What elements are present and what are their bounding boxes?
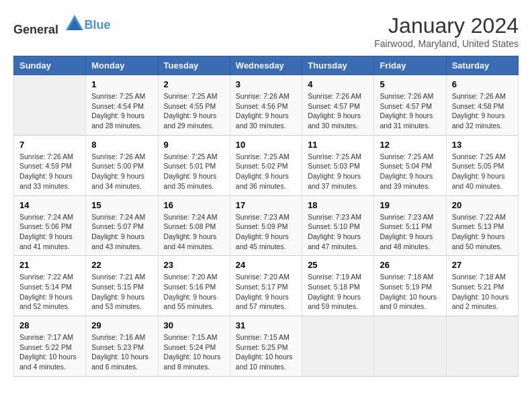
day-number: 21 [19, 260, 80, 270]
calendar-cell: 31Sunrise: 7:15 AMSunset: 5:25 PMDayligh… [230, 316, 302, 377]
week-row-3: 21Sunrise: 7:22 AMSunset: 5:14 PMDayligh… [14, 256, 519, 316]
day-number: 1 [91, 79, 152, 89]
day-info: Sunrise: 7:25 AMSunset: 5:05 PMDaylight:… [452, 152, 513, 191]
calendar-cell [14, 75, 86, 136]
header-friday: Friday [374, 56, 446, 75]
day-info: Sunrise: 7:15 AMSunset: 5:24 PMDaylight:… [164, 332, 224, 372]
week-row-0: 1Sunrise: 7:25 AMSunset: 4:54 PMDaylight… [14, 75, 519, 136]
day-info: Sunrise: 7:24 AMSunset: 5:08 PMDaylight:… [164, 212, 224, 252]
calendar-cell [302, 316, 374, 377]
calendar-cell: 13Sunrise: 7:25 AMSunset: 5:05 PMDayligh… [446, 135, 518, 195]
day-number: 31 [236, 320, 296, 330]
week-row-2: 14Sunrise: 7:24 AMSunset: 5:06 PMDayligh… [14, 195, 519, 256]
day-info: Sunrise: 7:25 AMSunset: 4:55 PMDaylight:… [164, 91, 224, 131]
week-row-4: 28Sunrise: 7:17 AMSunset: 5:22 PMDayligh… [14, 316, 519, 377]
day-number: 9 [164, 140, 224, 150]
day-number: 26 [380, 260, 440, 270]
calendar-cell: 25Sunrise: 7:19 AMSunset: 5:18 PMDayligh… [302, 256, 374, 316]
calendar-cell: 26Sunrise: 7:18 AMSunset: 5:19 PMDayligh… [374, 256, 446, 316]
day-number: 2 [164, 79, 224, 89]
calendar-cell: 15Sunrise: 7:24 AMSunset: 5:07 PMDayligh… [86, 195, 158, 256]
page-header: General Blue January 2024 Fairwood, Mary… [13, 13, 519, 49]
calendar-cell [374, 316, 446, 377]
calendar-cell: 24Sunrise: 7:20 AMSunset: 5:17 PMDayligh… [230, 256, 302, 316]
day-info: Sunrise: 7:25 AMSunset: 5:02 PMDaylight:… [236, 152, 296, 191]
header-monday: Monday [86, 56, 158, 75]
day-info: Sunrise: 7:20 AMSunset: 5:17 PMDaylight:… [236, 272, 296, 312]
day-info: Sunrise: 7:22 AMSunset: 5:14 PMDaylight:… [19, 272, 80, 312]
day-info: Sunrise: 7:23 AMSunset: 5:11 PMDaylight:… [380, 212, 440, 252]
calendar-cell: 5Sunrise: 7:26 AMSunset: 4:57 PMDaylight… [374, 75, 446, 136]
day-number: 13 [452, 140, 513, 150]
calendar-cell: 28Sunrise: 7:17 AMSunset: 5:22 PMDayligh… [14, 316, 86, 377]
week-row-1: 7Sunrise: 7:26 AMSunset: 4:59 PMDaylight… [14, 135, 519, 195]
day-number: 14 [19, 200, 80, 210]
day-number: 28 [19, 320, 80, 330]
day-number: 7 [19, 140, 80, 150]
day-number: 18 [308, 200, 368, 210]
day-info: Sunrise: 7:24 AMSunset: 5:07 PMDaylight:… [91, 212, 152, 252]
day-info: Sunrise: 7:26 AMSunset: 4:57 PMDaylight:… [380, 91, 440, 131]
day-number: 29 [91, 320, 152, 330]
day-number: 5 [380, 79, 440, 89]
day-number: 23 [164, 260, 224, 270]
day-number: 24 [236, 260, 296, 270]
day-number: 22 [91, 260, 152, 270]
day-info: Sunrise: 7:26 AMSunset: 4:59 PMDaylight:… [19, 152, 80, 191]
day-info: Sunrise: 7:16 AMSunset: 5:23 PMDaylight:… [91, 332, 152, 372]
calendar-cell: 7Sunrise: 7:26 AMSunset: 4:59 PMDaylight… [14, 135, 86, 195]
calendar-cell: 20Sunrise: 7:22 AMSunset: 5:13 PMDayligh… [446, 195, 518, 256]
calendar-cell: 2Sunrise: 7:25 AMSunset: 4:55 PMDaylight… [158, 75, 230, 136]
calendar-table: SundayMondayTuesdayWednesdayThursdayFrid… [13, 56, 519, 377]
day-number: 19 [380, 200, 440, 210]
day-info: Sunrise: 7:21 AMSunset: 5:15 PMDaylight:… [91, 272, 152, 312]
day-info: Sunrise: 7:25 AMSunset: 5:04 PMDaylight:… [380, 152, 440, 191]
calendar-cell: 3Sunrise: 7:26 AMSunset: 4:56 PMDaylight… [230, 75, 302, 136]
header-tuesday: Tuesday [158, 56, 230, 75]
calendar-cell: 4Sunrise: 7:26 AMSunset: 4:57 PMDaylight… [302, 75, 374, 136]
calendar-header-row: SundayMondayTuesdayWednesdayThursdayFrid… [14, 56, 519, 75]
day-number: 3 [236, 79, 296, 89]
day-number: 17 [236, 200, 296, 210]
day-info: Sunrise: 7:17 AMSunset: 5:22 PMDaylight:… [19, 332, 80, 372]
calendar-cell: 21Sunrise: 7:22 AMSunset: 5:14 PMDayligh… [14, 256, 86, 316]
calendar-cell: 10Sunrise: 7:25 AMSunset: 5:02 PMDayligh… [230, 135, 302, 195]
calendar-cell: 16Sunrise: 7:24 AMSunset: 5:08 PMDayligh… [158, 195, 230, 256]
day-number: 11 [308, 140, 368, 150]
calendar-cell: 12Sunrise: 7:25 AMSunset: 5:04 PMDayligh… [374, 135, 446, 195]
calendar-cell: 8Sunrise: 7:26 AMSunset: 5:00 PMDaylight… [86, 135, 158, 195]
title-block: January 2024 Fairwood, Maryland, United … [374, 13, 519, 49]
calendar-cell: 1Sunrise: 7:25 AMSunset: 4:54 PMDaylight… [86, 75, 158, 136]
day-number: 20 [452, 200, 513, 210]
day-info: Sunrise: 7:23 AMSunset: 5:09 PMDaylight:… [236, 212, 296, 252]
calendar-cell [446, 316, 518, 377]
day-number: 6 [452, 79, 513, 89]
day-number: 10 [236, 140, 296, 150]
day-info: Sunrise: 7:23 AMSunset: 5:10 PMDaylight:… [308, 212, 368, 252]
calendar-cell: 6Sunrise: 7:26 AMSunset: 4:58 PMDaylight… [446, 75, 518, 136]
location: Fairwood, Maryland, United States [374, 38, 519, 49]
header-thursday: Thursday [302, 56, 374, 75]
calendar-cell: 9Sunrise: 7:25 AMSunset: 5:01 PMDaylight… [158, 135, 230, 195]
calendar-cell: 22Sunrise: 7:21 AMSunset: 5:15 PMDayligh… [86, 256, 158, 316]
day-number: 15 [91, 200, 152, 210]
day-number: 16 [164, 200, 224, 210]
day-info: Sunrise: 7:25 AMSunset: 5:01 PMDaylight:… [164, 152, 224, 191]
logo: General Blue [13, 13, 111, 37]
day-info: Sunrise: 7:25 AMSunset: 5:03 PMDaylight:… [308, 152, 368, 191]
day-info: Sunrise: 7:26 AMSunset: 4:58 PMDaylight:… [452, 91, 513, 131]
day-info: Sunrise: 7:25 AMSunset: 4:54 PMDaylight:… [91, 91, 152, 131]
day-info: Sunrise: 7:26 AMSunset: 4:56 PMDaylight:… [236, 91, 296, 131]
day-info: Sunrise: 7:20 AMSunset: 5:16 PMDaylight:… [164, 272, 224, 312]
calendar-cell: 23Sunrise: 7:20 AMSunset: 5:16 PMDayligh… [158, 256, 230, 316]
day-info: Sunrise: 7:15 AMSunset: 5:25 PMDaylight:… [236, 332, 296, 372]
calendar-cell: 11Sunrise: 7:25 AMSunset: 5:03 PMDayligh… [302, 135, 374, 195]
day-number: 8 [91, 140, 152, 150]
day-info: Sunrise: 7:19 AMSunset: 5:18 PMDaylight:… [308, 272, 368, 312]
calendar-cell: 14Sunrise: 7:24 AMSunset: 5:06 PMDayligh… [14, 195, 86, 256]
calendar-cell: 19Sunrise: 7:23 AMSunset: 5:11 PMDayligh… [374, 195, 446, 256]
day-info: Sunrise: 7:18 AMSunset: 5:21 PMDaylight:… [452, 272, 513, 312]
day-info: Sunrise: 7:26 AMSunset: 4:57 PMDaylight:… [308, 91, 368, 131]
day-info: Sunrise: 7:24 AMSunset: 5:06 PMDaylight:… [19, 212, 80, 252]
day-number: 12 [380, 140, 440, 150]
